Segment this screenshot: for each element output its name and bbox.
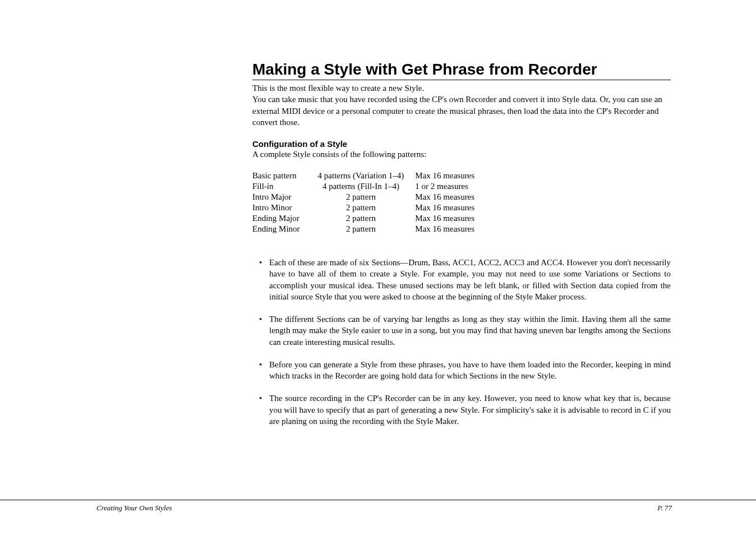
pattern-count: 2 pattern: [307, 213, 416, 224]
bullet-item: Before you can generate a Style from the…: [252, 359, 671, 382]
pattern-count: 2 pattern: [307, 224, 416, 234]
pattern-measures: 1 or 2 measures: [415, 181, 481, 192]
pattern-name: Intro Minor: [252, 202, 307, 213]
bullet-item: The source recording in the CP's Recorde…: [252, 393, 671, 427]
intro-text: This is the most flexible way to create …: [252, 82, 671, 128]
pattern-measures: Max 16 measures: [415, 213, 481, 224]
pattern-name: Fill-in: [252, 181, 307, 192]
page-footer: Creating Your Own Styles P. 77: [0, 500, 756, 516]
table-row: Fill-in 4 patterns (Fill-In 1–4) 1 or 2 …: [252, 181, 481, 192]
pattern-count: 4 patterns (Fill-In 1–4): [307, 181, 416, 192]
table-row: Basic pattern 4 patterns (Variation 1–4)…: [252, 170, 481, 181]
page-content: Making a Style with Get Phrase from Reco…: [252, 61, 671, 438]
main-heading: Making a Style with Get Phrase from Reco…: [252, 61, 671, 80]
pattern-name: Intro Major: [252, 192, 307, 202]
table-row: Intro Minor 2 pattern Max 16 measures: [252, 202, 481, 213]
pattern-count: 2 pattern: [307, 192, 416, 202]
bullet-item: Each of these are made of six Sections—D…: [252, 257, 671, 302]
pattern-measures: Max 16 measures: [415, 192, 481, 202]
footer-section-title: Creating Your Own Styles: [96, 504, 172, 513]
config-subheading: Configuration of a Style: [252, 139, 671, 149]
pattern-count: 2 pattern: [307, 202, 416, 213]
pattern-table: Basic pattern 4 patterns (Variation 1–4)…: [252, 170, 481, 234]
pattern-measures: Max 16 measures: [415, 170, 481, 181]
table-row: Intro Major 2 pattern Max 16 measures: [252, 192, 481, 202]
table-row: Ending Major 2 pattern Max 16 measures: [252, 213, 481, 224]
pattern-name: Ending Major: [252, 213, 307, 224]
pattern-name: Ending Minor: [252, 224, 307, 234]
config-desc: A complete Style consists of the followi…: [252, 150, 671, 159]
table-row: Ending Minor 2 pattern Max 16 measures: [252, 224, 481, 234]
pattern-measures: Max 16 measures: [415, 224, 481, 234]
pattern-count: 4 patterns (Variation 1–4): [307, 170, 416, 181]
pattern-name: Basic pattern: [252, 170, 307, 181]
pattern-measures: Max 16 measures: [415, 202, 481, 213]
bullet-item: The different Sections can be of varying…: [252, 313, 671, 348]
footer-page-number: P. 77: [657, 504, 672, 513]
